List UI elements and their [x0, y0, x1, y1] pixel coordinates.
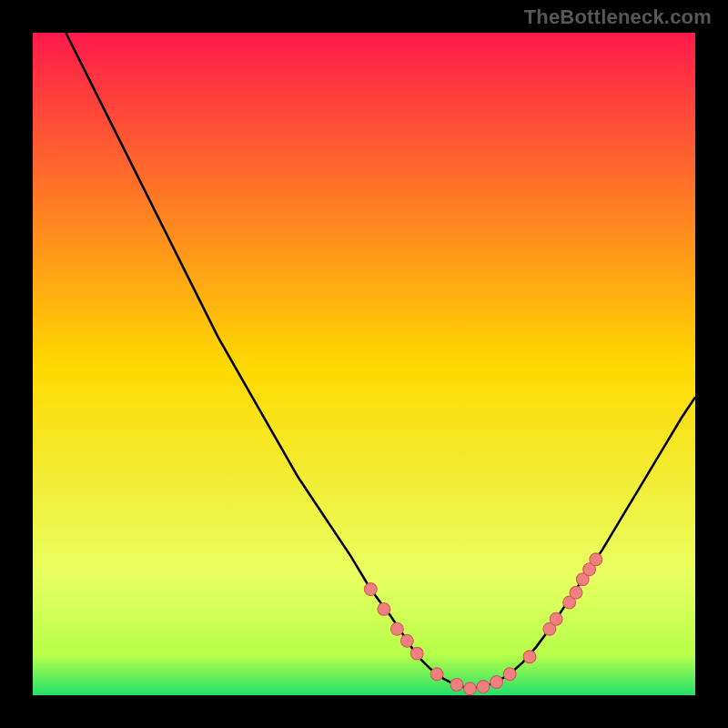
- marker-point: [464, 682, 477, 695]
- marker-point: [364, 583, 377, 596]
- chart-container: { "watermark": "TheBottleneck.com", "col…: [0, 0, 728, 728]
- bottleneck-curve: [66, 33, 695, 689]
- marker-point: [378, 602, 390, 615]
- watermark-text: TheBottleneck.com: [524, 5, 712, 29]
- marker-point: [490, 676, 503, 689]
- marker-point: [477, 681, 490, 693]
- marker-group: [364, 553, 602, 695]
- marker-point: [400, 634, 413, 647]
- marker-point: [503, 668, 516, 681]
- plot-area: [33, 33, 695, 695]
- marker-point: [430, 668, 443, 681]
- marker-point: [523, 651, 536, 663]
- marker-point: [550, 612, 562, 625]
- marker-point: [390, 622, 403, 635]
- marker-point: [450, 678, 463, 691]
- marker-point: [410, 647, 423, 660]
- marker-point: [590, 553, 602, 566]
- marker-point: [570, 586, 582, 599]
- chart-svg: [33, 33, 695, 695]
